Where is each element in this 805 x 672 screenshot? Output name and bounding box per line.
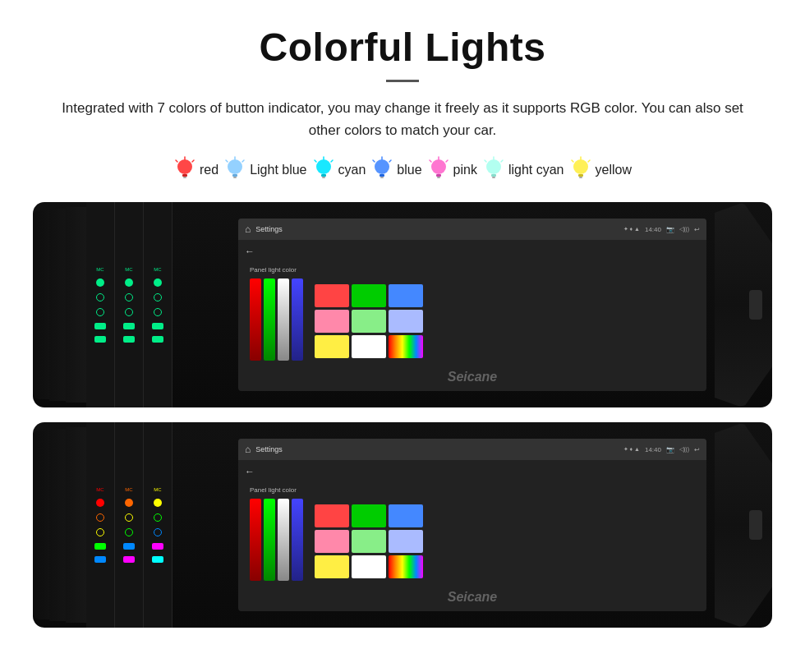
svg-line-41 bbox=[588, 160, 590, 162]
svg-rect-20 bbox=[380, 177, 384, 178]
btn-home-green bbox=[96, 293, 104, 301]
swatch-red-bottom bbox=[315, 504, 349, 527]
cyan-bulb-icon bbox=[312, 156, 335, 184]
btn-home-green2 bbox=[125, 293, 133, 301]
swatch-pink-top bbox=[315, 310, 349, 333]
btn-vol-b3 bbox=[152, 543, 163, 550]
color-item-blue: blue bbox=[370, 156, 421, 184]
swatch-ltblue-top bbox=[389, 310, 423, 333]
screen-top: ⌂ Settings ✦ ♦ ▲ 14:40 📷 ◁))) ↩ ← Panel … bbox=[238, 219, 706, 391]
swatch-yellow-top bbox=[315, 335, 349, 358]
right-curve-top bbox=[715, 202, 772, 407]
screen-content-top: Panel light color bbox=[238, 261, 706, 366]
watermark-bottom: Seicane bbox=[448, 590, 497, 605]
svg-line-35 bbox=[501, 160, 503, 162]
bar-green-bottom bbox=[264, 499, 275, 581]
bar-green-top bbox=[264, 278, 275, 361]
svg-point-0 bbox=[177, 159, 192, 174]
btn-vol2-b3 bbox=[152, 556, 163, 563]
bar-white-bottom bbox=[278, 499, 289, 581]
svg-point-36 bbox=[573, 159, 588, 174]
left-content-bottom: Panel light color bbox=[250, 486, 303, 581]
color-item-red: red bbox=[173, 156, 218, 184]
swatch-ltblue-bottom bbox=[389, 530, 423, 553]
car-unit-bottom-section: MC MC MC bbox=[33, 422, 772, 628]
swatch-ltgreen-bottom bbox=[352, 530, 386, 553]
btn-power-b3 bbox=[154, 499, 162, 507]
vol-icon-bottom: ◁))) bbox=[679, 446, 689, 453]
svg-rect-2 bbox=[183, 177, 186, 178]
car-unit-top: MC MC MC bbox=[33, 202, 772, 407]
settings-label-bottom: Settings bbox=[255, 445, 618, 453]
btn-back-b3 bbox=[154, 528, 162, 536]
btn-mc3: MC bbox=[147, 267, 168, 272]
svg-line-23 bbox=[389, 160, 391, 162]
button-col-b3: MC bbox=[144, 422, 172, 628]
btn-vol2-green bbox=[94, 336, 106, 343]
btn-mc2: MC bbox=[118, 267, 140, 272]
swatch-green-top bbox=[352, 284, 386, 307]
svg-rect-31 bbox=[491, 174, 496, 177]
svg-line-11 bbox=[242, 160, 244, 162]
btn-home-b1 bbox=[96, 513, 104, 522]
screen-header-top: ⌂ Settings ✦ ♦ ▲ 14:40 📷 ◁))) ↩ bbox=[238, 219, 706, 240]
color-bars-bottom bbox=[250, 499, 303, 581]
svg-line-29 bbox=[446, 160, 448, 162]
svg-rect-25 bbox=[436, 174, 441, 177]
btn-vol-green2 bbox=[123, 323, 135, 329]
swatches-top bbox=[315, 284, 423, 361]
swatch-blue-bottom bbox=[389, 504, 423, 527]
svg-point-18 bbox=[375, 159, 389, 174]
back-icon-bottom: ↩ bbox=[694, 446, 700, 453]
swatches-bottom bbox=[315, 504, 423, 581]
button-col-1: MC bbox=[86, 202, 115, 407]
color-item-pink: pink bbox=[427, 156, 477, 184]
svg-line-10 bbox=[226, 160, 228, 162]
color-item-cyan: cyan bbox=[312, 156, 366, 184]
svg-line-34 bbox=[485, 160, 486, 162]
pink-bulb-icon bbox=[427, 156, 450, 184]
btn-vol2-green2 bbox=[123, 336, 135, 343]
swatch-rainbow-top bbox=[389, 335, 423, 358]
color-bars-top bbox=[250, 278, 303, 361]
time-bottom: 14:40 bbox=[645, 446, 661, 453]
color-item-yellow: yellow bbox=[569, 156, 632, 184]
back-arrow-bottom: ← bbox=[238, 460, 706, 481]
swatch-grid-bottom bbox=[315, 504, 423, 578]
panel-light-label-bottom: Panel light color bbox=[250, 486, 303, 494]
bar-red-bottom bbox=[250, 499, 261, 581]
settings-label-top: Settings bbox=[255, 225, 618, 233]
red-bulb-icon bbox=[173, 156, 196, 184]
light-blue-bulb-icon bbox=[223, 156, 246, 184]
btn-mc-b1: MC bbox=[90, 487, 111, 492]
btn-power-green bbox=[96, 278, 104, 287]
car-unit-bottom: MC MC MC bbox=[33, 422, 772, 628]
btn-back-green2 bbox=[125, 308, 133, 316]
btn-vol-b2 bbox=[123, 543, 135, 550]
color-label-red: red bbox=[200, 163, 218, 177]
time-top: 14:40 bbox=[645, 226, 661, 233]
back-icon-top: ↩ bbox=[694, 226, 700, 233]
light-cyan-bulb-icon bbox=[482, 156, 505, 184]
svg-line-5 bbox=[192, 160, 194, 162]
color-label-yellow: yellow bbox=[596, 163, 632, 177]
btn-vol-green3 bbox=[152, 323, 163, 329]
svg-point-6 bbox=[228, 159, 242, 174]
svg-line-17 bbox=[331, 160, 333, 162]
swatch-white-top bbox=[352, 335, 386, 358]
home-icon-bottom: ⌂ bbox=[245, 444, 251, 455]
svg-line-4 bbox=[176, 160, 177, 162]
svg-point-30 bbox=[486, 159, 501, 174]
btn-vol2-b2 bbox=[123, 556, 135, 563]
page-title: Colorful Lights bbox=[33, 25, 772, 70]
blue-bulb-icon bbox=[370, 156, 393, 184]
btn-mc: MC bbox=[90, 267, 111, 272]
bar-white-top bbox=[278, 278, 289, 361]
color-label-pink: pink bbox=[453, 163, 477, 177]
btn-mc-b3: MC bbox=[147, 487, 168, 492]
button-col-2: MC bbox=[115, 202, 144, 407]
color-row: red Light blue cyan bbox=[33, 156, 772, 184]
svg-rect-26 bbox=[437, 177, 440, 178]
color-label-cyan: cyan bbox=[338, 163, 366, 177]
yellow-bulb-icon bbox=[569, 156, 592, 184]
